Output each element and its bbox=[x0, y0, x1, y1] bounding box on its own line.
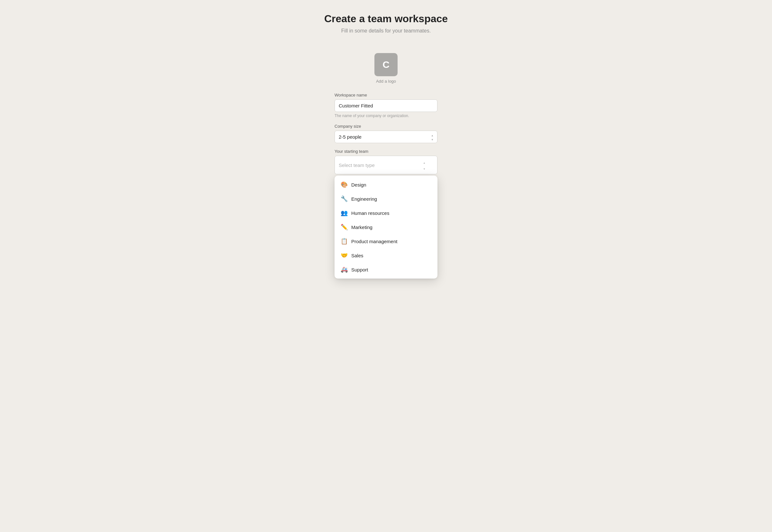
page-subtitle: Fill in some details for your teammates. bbox=[324, 28, 448, 34]
logo-label[interactable]: Add a logo bbox=[376, 79, 396, 84]
sales-emoji: 🤝 bbox=[340, 252, 348, 259]
team-select-placeholder: Select team type bbox=[339, 162, 375, 168]
dropdown-item-design[interactable]: 🎨 Design bbox=[335, 178, 437, 192]
support-emoji: 🚑 bbox=[340, 266, 348, 273]
page-title: Create a team workspace bbox=[324, 13, 448, 25]
logo-section: C Add a logo bbox=[374, 53, 398, 84]
dropdown-item-support[interactable]: 🚑 Support bbox=[335, 262, 437, 277]
sales-label: Sales bbox=[351, 253, 363, 258]
workspace-name-label: Workspace name bbox=[335, 93, 437, 97]
team-select-chevron-icon bbox=[423, 159, 426, 171]
dropdown-item-hr[interactable]: 👥 Human resources bbox=[335, 206, 437, 220]
design-emoji: 🎨 bbox=[340, 181, 348, 188]
form-container: C Add a logo Workspace name The name of … bbox=[335, 53, 437, 180]
team-select-wrapper: Select team type 🎨 Design 🔧 Engineering … bbox=[335, 156, 437, 174]
company-size-label: Company size bbox=[335, 124, 437, 129]
dropdown-item-marketing[interactable]: ✏️ Marketing bbox=[335, 220, 437, 234]
starting-team-group: Your starting team Select team type 🎨 De… bbox=[335, 149, 437, 174]
engineering-label: Engineering bbox=[351, 196, 377, 202]
company-size-select[interactable]: Just me 2-5 people 6-10 people 11-25 peo… bbox=[335, 131, 437, 143]
company-size-group: Company size Just me 2-5 people 6-10 peo… bbox=[335, 124, 437, 143]
dropdown-item-sales[interactable]: 🤝 Sales bbox=[335, 248, 437, 262]
workspace-name-input[interactable] bbox=[335, 99, 437, 112]
dropdown-item-product[interactable]: 📋 Product management bbox=[335, 234, 437, 248]
logo-placeholder[interactable]: C bbox=[374, 53, 398, 76]
product-label: Product management bbox=[351, 239, 397, 244]
marketing-emoji: ✏️ bbox=[340, 224, 348, 231]
page-header: Create a team workspace Fill in some det… bbox=[324, 13, 448, 34]
starting-team-label: Your starting team bbox=[335, 149, 437, 154]
marketing-label: Marketing bbox=[351, 225, 372, 230]
support-label: Support bbox=[351, 267, 368, 272]
company-size-select-wrapper: Just me 2-5 people 6-10 people 11-25 peo… bbox=[335, 131, 437, 143]
workspace-name-hint: The name of your company or organization… bbox=[335, 114, 437, 118]
engineering-emoji: 🔧 bbox=[340, 195, 348, 202]
design-label: Design bbox=[351, 182, 366, 188]
dropdown-item-engineering[interactable]: 🔧 Engineering bbox=[335, 192, 437, 206]
product-emoji: 📋 bbox=[340, 238, 348, 245]
team-select-trigger[interactable]: Select team type bbox=[335, 156, 437, 174]
hr-label: Human resources bbox=[351, 210, 389, 216]
workspace-name-group: Workspace name The name of your company … bbox=[335, 93, 437, 118]
team-dropdown: 🎨 Design 🔧 Engineering 👥 Human resources… bbox=[335, 176, 437, 279]
hr-emoji: 👥 bbox=[340, 209, 348, 216]
